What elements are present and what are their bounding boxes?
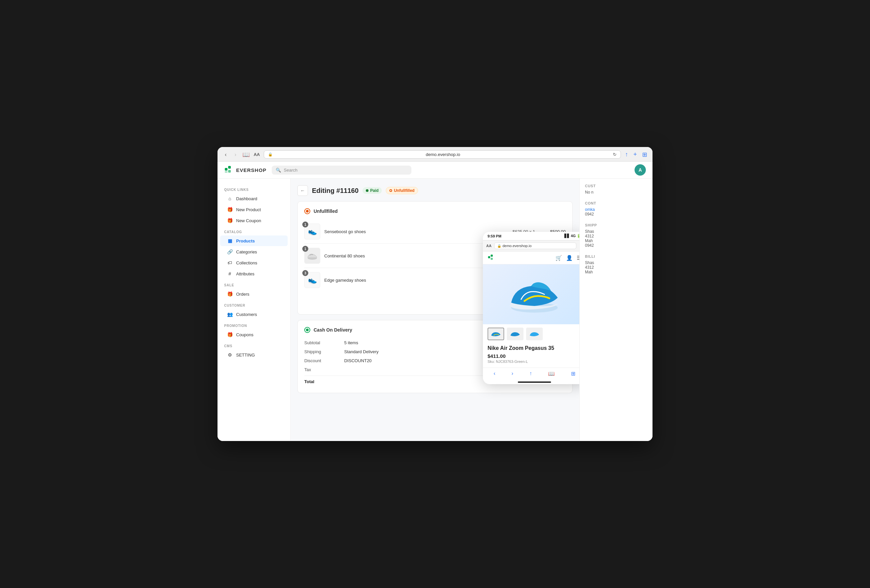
mobile-bookmark-button[interactable]: 📖 [548, 371, 555, 377]
coupons-icon: 🎁 [227, 332, 233, 337]
sidebar-item-products[interactable]: ▦ Products [220, 235, 288, 246]
sidebar-item-orders[interactable]: 🎁 Orders [220, 289, 288, 299]
sidebar: QUICK LINKS ⌂ Dashboard 🎁 New Product 🎁 … [218, 179, 290, 441]
order-header: ← Editing #11160 Paid Unfullfilled [297, 185, 573, 196]
cash-status-icon [304, 327, 310, 333]
sidebar-item-collections[interactable]: 🏷 Collections [220, 258, 288, 268]
mobile-signal: ▋▋ 4G 🔋 [565, 234, 580, 238]
sidebar-item-label: Categories [236, 249, 257, 255]
app-header: EVERSHOP 🔍 Search A [218, 162, 652, 179]
mobile-product-sku: Sku: NJC83763-Green-L [487, 360, 580, 363]
mobile-font-label: AA [486, 244, 492, 248]
mobile-thumbnails [483, 324, 580, 344]
search-bar[interactable]: 🔍 Search [272, 166, 411, 175]
billing-section-title: BILLI [585, 255, 647, 258]
shipping-name: Shas [585, 229, 647, 234]
new-product-icon: 🎁 [227, 207, 233, 212]
mobile-thumb-3[interactable] [526, 327, 543, 340]
app-layout: QUICK LINKS ⌂ Dashboard 🎁 New Product 🎁 … [218, 179, 652, 441]
mobile-time: 9:59 PM [487, 234, 502, 238]
billing-line1: 4312 [585, 265, 647, 270]
dashboard-icon: ⌂ [227, 196, 233, 201]
menu-icon[interactable]: ☰ [577, 255, 580, 261]
mobile-product-info: Nike Air Zoom Pegasus 35 $411.00 Sku: NJ… [483, 344, 580, 368]
url-bar[interactable]: 🔒 demo.evershop.io ↻ [264, 150, 621, 159]
avatar: A [635, 164, 646, 176]
forward-button[interactable]: › [232, 151, 238, 158]
customer-section-title: Cust [585, 184, 647, 188]
promotion-label: PROMOTION [218, 320, 290, 329]
customer-label: CUSTOMER [218, 300, 290, 309]
bookmark-icon[interactable]: 📖 [243, 151, 250, 158]
mobile-share-button[interactable]: ↑ [529, 371, 532, 377]
add-tab-button[interactable]: + [633, 151, 637, 158]
sidebar-item-customers[interactable]: 👥 Customers [220, 309, 288, 320]
main-content: ← Editing #11160 Paid Unfullfilled Unf [290, 179, 580, 441]
mobile-bottom-bar: ‹ › ↑ 📖 ⊞ [483, 368, 580, 380]
sidebar-item-dashboard[interactable]: ⌂ Dashboard [220, 193, 288, 204]
products-icon: ▦ [227, 238, 233, 243]
shipping-line1: 4312 [585, 234, 647, 238]
product-img-wrap: 3 👟 [304, 272, 320, 288]
search-placeholder: Search [284, 168, 297, 173]
sale-label: SALE [218, 279, 290, 288]
browser-actions: ↑ + ⊞ [625, 151, 647, 158]
paid-badge: Paid [362, 187, 382, 194]
shipping-section-title: SHIPP [585, 223, 647, 227]
fulfillment-title: Unfullfilled [314, 208, 338, 214]
attributes-icon: # [227, 271, 233, 276]
mobile-refresh-icon[interactable]: ↻ [579, 243, 580, 249]
sidebar-item-new-coupon[interactable]: 🎁 New Coupon [220, 215, 288, 226]
order-title: Editing #11160 [312, 187, 359, 195]
right-sidebar: Cust No n CONT omka 0942 SHIPP Shas 4312… [580, 179, 652, 441]
back-button[interactable]: ← [297, 185, 308, 196]
svg-rect-7 [490, 258, 493, 260]
mobile-url-text: demo.evershop.io [502, 244, 532, 248]
contact-link[interactable]: omka [585, 207, 647, 212]
back-button[interactable]: ‹ [223, 151, 228, 158]
contact-phone: 0942 [585, 212, 647, 216]
mobile-forward-button[interactable]: › [511, 371, 513, 377]
billing-section: BILLI Shas 4312 Mah [585, 255, 647, 274]
font-size-label: AA [254, 152, 260, 157]
sidebar-item-categories[interactable]: 🔗 Categories [220, 246, 288, 257]
tabs-button[interactable]: ⊞ [642, 151, 647, 158]
url-text: demo.evershop.io [275, 152, 611, 157]
evershop-logo-icon [224, 165, 234, 175]
mobile-thumb-1[interactable] [487, 327, 504, 340]
collections-icon: 🏷 [227, 260, 233, 265]
contact-section: CONT omka 0942 [585, 201, 647, 216]
sidebar-item-attributes[interactable]: # Attributes [220, 268, 288, 279]
mobile-thumb-2[interactable] [507, 327, 523, 340]
mobile-url-bar[interactable]: 🔒 demo.evershop.io [494, 243, 577, 249]
mobile-back-button[interactable]: ‹ [493, 371, 495, 377]
fulfillment-status-icon [304, 208, 310, 214]
sidebar-item-label: Orders [236, 292, 249, 297]
sidebar-item-label: Customers [236, 312, 257, 317]
sidebar-item-new-product[interactable]: 🎁 New Product [220, 204, 288, 215]
sidebar-item-label: Dashboard [236, 196, 258, 201]
mobile-logo-icon [487, 254, 495, 261]
svg-rect-3 [225, 171, 228, 173]
shipping-section: SHIPP Shas 4312 Mah 0942 [585, 223, 647, 248]
refresh-icon[interactable]: ↻ [613, 152, 617, 157]
mobile-tabs-button[interactable]: ⊞ [571, 371, 575, 377]
product-qty-badge: 3 [302, 270, 308, 276]
customers-icon: 👥 [227, 312, 233, 317]
mobile-browser-bar: AA 🔒 demo.evershop.io ↻ [483, 240, 580, 252]
sidebar-item-label: Coupons [236, 332, 253, 337]
svg-rect-6 [490, 255, 493, 257]
search-icon: 🔍 [276, 168, 281, 173]
sidebar-item-coupons[interactable]: 🎁 Coupons [220, 329, 288, 340]
share-button[interactable]: ↑ [625, 151, 628, 158]
user-icon[interactable]: 👤 [566, 255, 573, 261]
orders-icon: 🎁 [227, 291, 233, 297]
paid-dot [366, 189, 368, 192]
contact-section-title: CONT [585, 201, 647, 205]
sidebar-item-label: Attributes [236, 271, 255, 276]
shipping-phone: 0942 [585, 243, 647, 248]
cart-icon[interactable]: 🛒 [556, 255, 562, 261]
unfulfilled-badge: Unfullfilled [386, 187, 418, 194]
sidebar-item-setting[interactable]: ⚙ SETTING [220, 350, 288, 360]
catalog-label: CATALOG [218, 226, 290, 235]
